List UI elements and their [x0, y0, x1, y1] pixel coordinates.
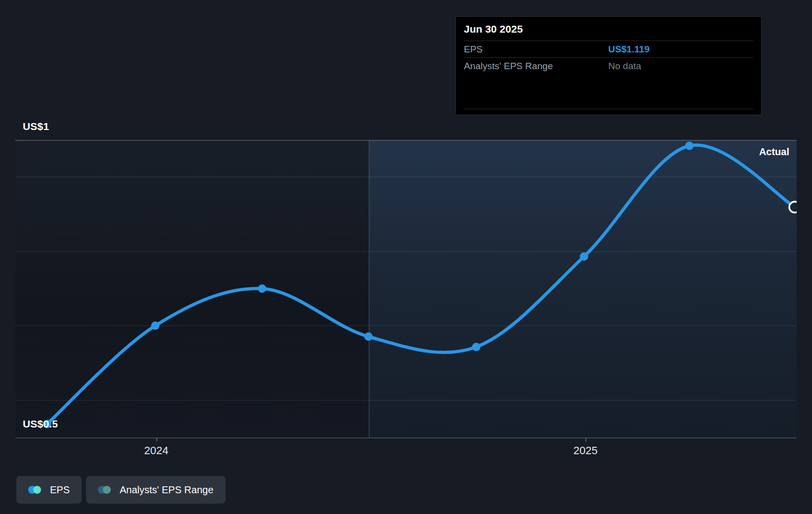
eps-series-icon — [28, 486, 41, 494]
data-point[interactable] — [258, 285, 267, 293]
eps-history-chart: US$1 US$0.5 Actual 20242025 Jun 30 2025 … — [0, 0, 812, 514]
tooltip-eps-label: EPS — [464, 44, 608, 55]
data-point[interactable] — [364, 333, 373, 341]
y-axis-label-min: US$0.5 — [23, 418, 58, 430]
y-axis-label-max: US$1 — [23, 121, 49, 132]
legend-eps-label: EPS — [50, 484, 70, 496]
tooltip-range-value: No data — [608, 61, 641, 72]
plot-region-actual[interactable] — [369, 140, 797, 438]
tooltip-divider — [464, 109, 753, 109]
plot-region-history[interactable] — [15, 140, 369, 438]
legend-item-analysts-eps-range[interactable]: Analysts' EPS Range — [86, 476, 225, 504]
data-point-highlighted[interactable] — [789, 202, 800, 213]
tooltip-row-eps: EPS US$1.119 — [464, 41, 753, 57]
tooltip-date-title: Jun 30 2025 — [464, 17, 753, 41]
data-point[interactable] — [685, 142, 694, 150]
x-axis-label: 2025 — [574, 444, 598, 457]
analysts-range-series-icon — [98, 486, 111, 494]
tooltip-spacer — [464, 74, 753, 109]
tooltip-eps-value: US$1.119 — [608, 44, 649, 55]
tooltip-range-label: Analysts' EPS Range — [464, 61, 608, 72]
x-axis-label: 2024 — [144, 444, 169, 457]
data-point[interactable] — [580, 253, 588, 261]
actual-region-label: Actual — [759, 146, 789, 158]
data-point[interactable] — [151, 322, 160, 330]
legend-item-eps[interactable]: EPS — [16, 476, 82, 504]
data-point[interactable] — [472, 343, 481, 351]
chart-legend: EPS Analysts' EPS Range — [16, 476, 226, 504]
tooltip-row-range: Analysts' EPS Range No data — [464, 58, 753, 74]
legend-analysts-range-label: Analysts' EPS Range — [120, 484, 213, 496]
chart-tooltip: Jun 30 2025 EPS US$1.119 Analysts' EPS R… — [455, 16, 762, 115]
